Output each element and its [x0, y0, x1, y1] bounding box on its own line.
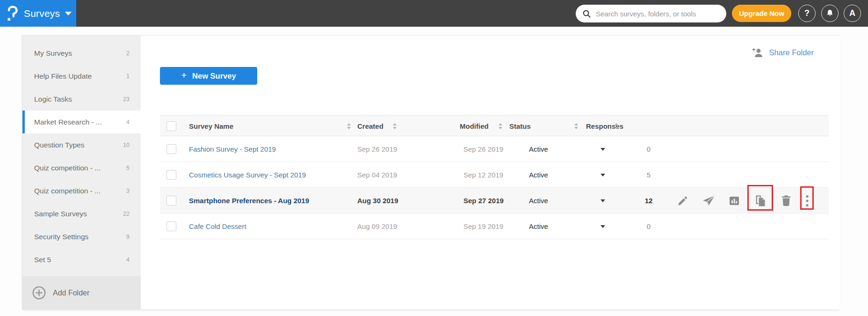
created-date: Aug 09 2019 — [357, 213, 397, 239]
avatar-letter: A — [849, 8, 855, 18]
sidebar-folder-item[interactable]: Set 5 4 — [22, 248, 141, 271]
reports-icon[interactable] — [728, 194, 740, 207]
row-actions — [160, 188, 829, 213]
add-person-icon — [751, 47, 764, 58]
status-value: Active — [529, 162, 548, 188]
folder-count: 4 — [126, 257, 130, 263]
modified-date: Sep 26 2019 — [463, 136, 503, 162]
new-survey-label: New Survey — [192, 72, 236, 81]
sort-icon[interactable] — [347, 116, 351, 137]
add-folder-button[interactable]: Add Folder — [22, 276, 141, 309]
folder-label: Security Settings — [34, 233, 88, 241]
sidebar-folder-item[interactable]: Sample Surveys 22 — [22, 202, 141, 225]
annotation-box-copy — [747, 185, 773, 211]
sidebar-folder-item[interactable]: Help Files Update 1 — [22, 65, 141, 88]
upgrade-now-button[interactable]: Upgrade Now — [732, 5, 791, 22]
edit-icon[interactable] — [676, 194, 689, 207]
survey-name-link[interactable]: Fashion Survey - Sept 2019 — [189, 136, 276, 162]
folder-label: Help Files Update — [34, 72, 92, 81]
modified-date: Sep 12 2019 — [463, 162, 503, 188]
row-checkbox[interactable] — [166, 221, 176, 231]
status-value: Active — [529, 213, 548, 239]
actions-divider — [773, 192, 774, 209]
sort-icon[interactable] — [574, 116, 578, 137]
status-dropdown[interactable] — [600, 162, 605, 188]
caret-down-icon — [600, 148, 605, 151]
created-date: Sep 04 2019 — [357, 162, 397, 188]
created-date: Sep 26 2019 — [357, 136, 397, 162]
folder-count: 4 — [126, 119, 130, 125]
caret-down-icon — [600, 174, 605, 176]
table-row: Fashion Survey - Sept 2019 Sep 26 2019 S… — [160, 136, 829, 162]
folder-count: 2 — [126, 50, 130, 57]
share-folder-label: Share Folder — [769, 48, 814, 57]
folder-label: Sample Surveys — [34, 210, 87, 218]
responses-count: 5 — [634, 162, 663, 188]
chevron-down-icon — [65, 12, 72, 15]
folder-count: 3 — [126, 188, 130, 194]
product-switcher[interactable]: Surveys — [0, 0, 76, 27]
annotation-box-more — [800, 186, 814, 210]
folder-label: Question Types — [34, 141, 84, 149]
survey-name-link[interactable]: Cafe Cold Dessert — [189, 213, 246, 239]
folder-label: Logic Tasks — [34, 95, 72, 103]
responses-count: 0 — [634, 136, 663, 162]
modified-date: Sep 19 2019 — [463, 213, 503, 239]
circle-plus-icon — [32, 286, 46, 300]
folder-count: 10 — [123, 142, 130, 148]
notifications-button[interactable] — [821, 5, 839, 22]
responses-count: 0 — [634, 213, 663, 239]
row-checkbox[interactable] — [166, 170, 176, 180]
sidebar-folder-item[interactable]: Market Research - ... 4 — [22, 110, 141, 133]
search-input[interactable] — [596, 10, 720, 18]
content-card: My Surveys 2 Help Files Update 1 Logic T… — [22, 35, 839, 310]
column-header-survey-name[interactable]: Survey Name — [189, 116, 233, 137]
share-folder-link[interactable]: Share Folder — [751, 47, 814, 58]
column-header-status[interactable]: Status — [509, 116, 531, 137]
surveys-table: Survey Name Created Modified Status Resp… — [160, 115, 829, 239]
sidebar-folder-item[interactable]: Quiz competition - ... 3 — [22, 179, 141, 202]
select-all-checkbox[interactable] — [166, 121, 176, 131]
question-mark-icon: ? — [804, 8, 810, 18]
folder-count: 22 — [123, 211, 130, 217]
top-bar: Surveys Upgrade Now ? A — [0, 0, 868, 27]
sidebar-folder-item[interactable]: Logic Tasks 23 — [22, 88, 141, 110]
column-header-created[interactable]: Created — [357, 116, 383, 137]
folder-count: 9 — [126, 234, 130, 240]
account-avatar[interactable]: A — [844, 5, 861, 22]
folder-label: Quiz competition - ... — [34, 187, 101, 195]
proprofs-logo-icon — [6, 5, 19, 22]
sort-icon[interactable] — [499, 116, 502, 137]
sidebar-folder-item[interactable]: My Surveys 2 — [22, 42, 141, 65]
send-icon[interactable] — [702, 194, 715, 207]
search-icon — [582, 9, 591, 18]
sidebar-folder-item[interactable]: Question Types 10 — [22, 133, 141, 156]
sidebar-folder-list: My Surveys 2 Help Files Update 1 Logic T… — [22, 36, 141, 271]
table-header-row: Survey Name Created Modified Status Resp… — [160, 115, 829, 136]
bell-icon — [825, 9, 834, 18]
table-row: Smartphone Preferences - Aug 2019 Aug 30… — [160, 188, 829, 213]
survey-name-link[interactable]: Cosmetics Usage Survey - Sept 2019 — [189, 162, 306, 188]
row-checkbox[interactable] — [166, 144, 176, 154]
sidebar-folder-item[interactable]: Security Settings 9 — [22, 225, 141, 248]
folder-count: 5 — [126, 165, 130, 171]
caret-down-icon — [600, 225, 605, 228]
sort-icon[interactable] — [615, 116, 618, 137]
folder-label: Market Research - ... — [34, 118, 102, 126]
folders-sidebar: My Surveys 2 Help Files Update 1 Logic T… — [22, 36, 141, 309]
folder-label: My Surveys — [34, 49, 72, 58]
sidebar-folder-item[interactable]: Quiz competition - ... 5 — [22, 156, 141, 179]
help-button[interactable]: ? — [798, 5, 816, 22]
folder-label: Quiz competition - ... — [34, 164, 101, 172]
new-survey-button[interactable]: + New Survey — [160, 67, 257, 85]
status-dropdown[interactable] — [600, 213, 605, 239]
folder-count: 1 — [126, 73, 130, 80]
table-row: Cafe Cold Dessert Aug 09 2019 Sep 19 201… — [160, 213, 829, 239]
delete-icon[interactable] — [780, 194, 792, 207]
status-dropdown[interactable] — [600, 136, 605, 162]
column-header-modified[interactable]: Modified — [460, 116, 489, 137]
product-name: Surveys — [24, 8, 60, 19]
sort-icon[interactable] — [393, 116, 397, 137]
add-folder-label: Add Folder — [53, 289, 89, 297]
status-value: Active — [529, 136, 548, 162]
